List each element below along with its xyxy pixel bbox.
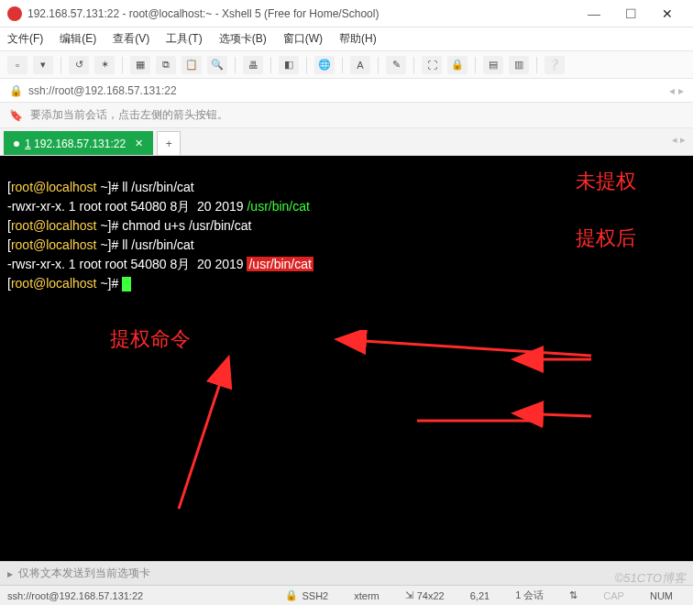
status-connection: ssh://root@192.168.57.131:22 [7,590,143,601]
tool-color[interactable]: ◧ [279,56,299,74]
tool-paste[interactable]: 📋 [182,56,202,74]
toolbar: ▫ ▾ ↺ ✶ ▦ ⧉ 📋 🔍 🖶 ◧ 🌐 A ✎ ⛶ 🔒 ▤ ▥ ❔ [0,51,693,79]
tab-add[interactable]: + [157,131,181,155]
prompt-user: root@localhost [11,276,100,291]
ssh-lock-icon: 🔒 [285,589,298,601]
svg-line-3 [541,414,591,416]
command-text: ll /usr/bin/cat [118,237,193,252]
menu-tools[interactable]: 工具(T) [166,31,202,47]
file-perm: -rwsr-xr-x. 1 root root 54080 8月 20 2019 [7,257,247,271]
annotation-arrows [23,330,683,561]
menu-file[interactable]: 文件(F) [7,31,43,47]
prompt-path: ~ [100,180,107,194]
tab-session-1[interactable]: 1 192.168.57.131:22 ✕ [4,131,153,155]
lock-icon: 🔒 [9,84,23,97]
menu-window[interactable]: 窗口(W) [283,31,323,47]
prompt-path: ~ [100,218,107,233]
nav-next-icon[interactable]: ▸ [678,84,684,97]
address-bar: 🔒 ssh://root@192.168.57.131:22 ◂ ▸ [0,79,693,103]
ribbon-icon[interactable]: 🔖 [9,109,23,122]
toolbar-separator [475,57,476,73]
prompt-path: ~ [100,237,107,252]
menu-help[interactable]: 帮助(H) [339,31,377,47]
tool-disconnect[interactable]: ✶ [94,56,115,74]
tool-help[interactable]: ❔ [544,56,565,74]
close-button[interactable]: ✕ [649,6,686,21]
tool-font[interactable]: A [350,56,370,74]
svg-line-5 [179,383,220,509]
prompt-path: ~ [100,276,107,291]
tool-open[interactable]: ▾ [33,56,53,74]
prompt-user: root@localhost [11,237,100,252]
send-text: 仅将文本发送到当前选项卡 [18,566,150,581]
status-term: xterm [354,588,380,602]
toolbar-separator [413,57,414,73]
tool-copy[interactable]: ⧉ [156,56,176,74]
tab-nav-arrows[interactable]: ◂ ▸ [672,134,686,146]
command-text: ll /usr/bin/cat [118,180,193,194]
terminal-pane[interactable]: [root@localhost ~]# ll /usr/bin/cat -rwx… [0,156,693,561]
file-path-green: /usr/bin/cat [247,199,309,214]
toolbar-separator [270,57,271,73]
annotation-cmd: 提权命令 [110,330,191,348]
plus-icon: + [166,138,172,150]
status-proto: SSH2 [302,590,328,601]
toolbar-separator [536,57,537,73]
command-text: chmod u+s /usr/bin/cat [118,218,251,233]
status-sessions: 1 会话 [515,588,544,602]
tab-label: 192.168.57.131:22 [34,138,126,150]
tool-print[interactable]: 🖶 [243,56,263,74]
tool-find[interactable]: 🔍 [207,56,227,74]
menu-edit[interactable]: 编辑(E) [60,31,96,47]
maximize-button[interactable]: ☐ [612,6,649,21]
tool-globe[interactable]: 🌐 [314,56,335,74]
tab-bar: 1 192.168.57.131:22 ✕ + ◂ ▸ [0,128,693,156]
tool-reconnect[interactable]: ↺ [69,56,89,74]
send-arrow-icon[interactable]: ▸ [7,567,13,580]
prompt-user: root@localhost [11,218,100,233]
menu-view[interactable]: 查看(V) [113,31,149,47]
tool-fullscreen[interactable]: ⛶ [422,56,442,74]
tab-number: 1 [25,138,31,150]
send-bar: ▸ 仅将文本发送到当前选项卡 [0,561,693,585]
status-bar: ssh://root@192.168.57.131:22 🔒SSH2 xterm… [0,585,693,605]
toolbar-separator [60,57,61,73]
address-url[interactable]: ssh://root@192.168.57.131:22 [28,84,177,97]
tab-close-icon[interactable]: ✕ [135,138,143,149]
prompt-user: root@localhost [11,180,100,194]
status-num: NUM [650,588,673,602]
cursor [122,277,131,292]
status-size: 74x22 [417,590,445,601]
window-titlebar: 192.168.57.131:22 - root@localhost:~ - X… [0,0,693,28]
toolbar-separator [306,57,307,73]
minimize-button[interactable]: — [576,6,612,21]
toolbar-separator [378,57,379,73]
tool-lock[interactable]: 🔒 [447,56,468,74]
tool-props[interactable]: ▦ [130,56,150,74]
info-bar: 🔖 要添加当前会话，点击左侧的箭头按钮。 [0,103,693,128]
menu-bar: 文件(F) 编辑(E) 查看(V) 工具(T) 选项卡(B) 窗口(W) 帮助(… [0,28,693,51]
session-active-icon [14,141,19,147]
toolbar-separator [342,57,343,73]
annotation-before: 未提权 [576,172,636,191]
tool-new[interactable]: ▫ [7,56,28,74]
svg-line-2 [364,341,591,356]
tool-compose[interactable]: ✎ [386,56,406,74]
menu-tabs[interactable]: 选项卡(B) [219,31,267,47]
status-cap: CAP [603,588,624,602]
nav-prev-icon[interactable]: ◂ [669,84,675,97]
watermark-text: ©51CTO博客 [615,570,686,587]
toolbar-separator [235,57,236,73]
tool-layout-h[interactable]: ▤ [483,56,503,74]
app-icon [7,6,22,21]
annotation-after: 提权后 [576,229,636,248]
info-text: 要添加当前会话，点击左侧的箭头按钮。 [30,107,228,123]
file-perm: -rwxr-xr-x. 1 root root 54080 8月 20 2019 [7,199,247,214]
tool-layout-v[interactable]: ▥ [509,56,529,74]
status-cursor-pos: 6,21 [470,588,490,602]
file-path-red: /usr/bin/cat [247,257,313,271]
window-title: 192.168.57.131:22 - root@localhost:~ - X… [28,7,576,20]
toolbar-separator [122,57,123,73]
